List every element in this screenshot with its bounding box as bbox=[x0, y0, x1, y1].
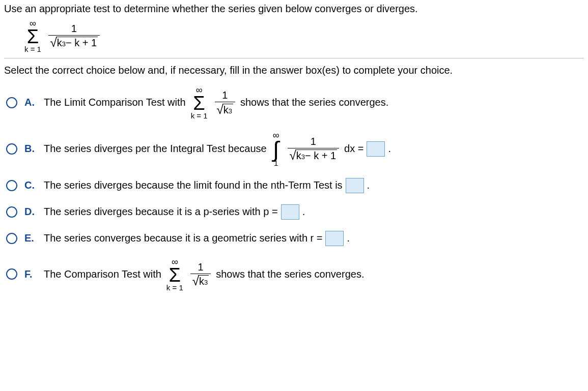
rad-base: k bbox=[199, 276, 204, 287]
sqrt: √ k3 − k + 1 bbox=[290, 149, 338, 162]
choice-list: A. The Limit Comparison Test with ∞ Σ k … bbox=[4, 85, 584, 291]
fraction: 1 √ k3 bbox=[215, 89, 235, 116]
fraction: 1 √ k3 − k + 1 bbox=[288, 136, 340, 162]
choice-letter: A. bbox=[24, 97, 37, 108]
answer-input[interactable] bbox=[346, 178, 364, 193]
choice-body: The series converges because it is a geo… bbox=[44, 231, 350, 246]
choice-f[interactable]: F. The Comparison Test with ∞ Σ k = 1 1 … bbox=[6, 257, 584, 291]
choice-letter: E. bbox=[24, 232, 37, 244]
fraction: 1 √ k3 − k + 1 bbox=[48, 23, 100, 49]
radio-icon[interactable] bbox=[6, 180, 17, 191]
choice-text: The Comparison Test with bbox=[44, 268, 161, 280]
denominator: √ k3 − k + 1 bbox=[48, 35, 100, 49]
rad-exp: 3 bbox=[62, 41, 66, 48]
instruction-text: Select the correct choice below and, if … bbox=[4, 65, 584, 76]
numerator: 1 bbox=[195, 261, 205, 274]
choice-text: The series diverges per the Integral Tes… bbox=[44, 143, 267, 155]
choice-d[interactable]: D. The series diverges because it is a p… bbox=[6, 204, 584, 220]
rad-exp: 3 bbox=[204, 279, 208, 286]
choice-letter: C. bbox=[24, 179, 37, 191]
fraction: 1 √ k3 bbox=[190, 261, 211, 288]
sigma: ∞ Σ k = 1 bbox=[191, 85, 208, 119]
radio-icon[interactable] bbox=[6, 206, 17, 218]
answer-input[interactable] bbox=[281, 204, 299, 220]
choice-letter: B. bbox=[24, 143, 37, 155]
sqrt: √ k3 − k + 1 bbox=[50, 37, 98, 49]
choice-text: . bbox=[347, 232, 350, 244]
integral: ∞ ∫ 1 bbox=[273, 131, 279, 166]
rad-exp: 3 bbox=[301, 154, 305, 161]
sqrt: √ k3 bbox=[217, 104, 233, 116]
dx-text: dx = bbox=[344, 143, 363, 155]
choice-text: The series converges because it is a geo… bbox=[44, 232, 322, 244]
choice-text: The Limit Comparison Test with bbox=[44, 97, 186, 108]
radicand: k3 − k + 1 bbox=[56, 37, 98, 49]
choice-text: The series diverges because it is a p-se… bbox=[44, 206, 278, 218]
rad-base: k bbox=[57, 37, 62, 48]
divider bbox=[4, 58, 584, 58]
choice-text: shows that the series converges. bbox=[216, 268, 364, 280]
choice-e[interactable]: E. The series converges because it is a … bbox=[6, 231, 584, 246]
choice-body: The series diverges because it is a p-se… bbox=[44, 204, 305, 220]
question-text: Use an appropriate test to determine whe… bbox=[4, 3, 584, 15]
choice-body: The series diverges because the limit fo… bbox=[44, 178, 370, 193]
integral-bottom: 1 bbox=[274, 159, 278, 167]
main-series: ∞ Σ k = 1 1 √ k3 − k + 1 bbox=[22, 19, 584, 53]
sigma: ∞ Σ k = 1 bbox=[24, 19, 41, 53]
sigma-symbol: Σ bbox=[193, 95, 205, 112]
rad-base: k bbox=[296, 150, 301, 161]
choice-c[interactable]: C. The series diverges because the limit… bbox=[6, 178, 584, 193]
choice-text: . bbox=[302, 206, 305, 218]
numerator: 1 bbox=[69, 23, 79, 35]
choice-text: . bbox=[388, 143, 391, 155]
numerator: 1 bbox=[220, 89, 230, 102]
choice-letter: F. bbox=[24, 268, 37, 280]
choice-text: The series diverges because the limit fo… bbox=[44, 179, 343, 191]
choice-body: The series diverges per the Integral Tes… bbox=[44, 131, 391, 166]
numerator: 1 bbox=[309, 136, 318, 148]
choice-text: . bbox=[367, 179, 370, 191]
sigma: ∞ Σ k = 1 bbox=[166, 257, 183, 291]
sigma-bottom: k = 1 bbox=[191, 112, 208, 119]
radio-icon[interactable] bbox=[6, 97, 17, 108]
radio-icon[interactable] bbox=[6, 143, 17, 155]
choice-b[interactable]: B. The series diverges per the Integral … bbox=[6, 131, 584, 166]
rad-tail: − k + 1 bbox=[66, 37, 97, 48]
integral-symbol: ∫ bbox=[273, 140, 279, 159]
rad-tail: − k + 1 bbox=[305, 150, 336, 161]
radicand: k3 − k + 1 bbox=[295, 149, 337, 162]
denominator: √ k3 − k + 1 bbox=[288, 148, 340, 162]
answer-input[interactable] bbox=[367, 141, 385, 157]
radicand: k3 bbox=[198, 275, 209, 287]
choice-letter: D. bbox=[24, 206, 37, 218]
choice-body: The Limit Comparison Test with ∞ Σ k = 1… bbox=[44, 85, 388, 119]
radio-icon[interactable] bbox=[6, 268, 17, 280]
denominator: √ k3 bbox=[190, 274, 211, 288]
choice-text: shows that the series converges. bbox=[240, 97, 388, 108]
choice-a[interactable]: A. The Limit Comparison Test with ∞ Σ k … bbox=[6, 85, 584, 119]
rad-base: k bbox=[223, 104, 229, 115]
sigma-symbol: Σ bbox=[169, 266, 181, 284]
sigma-symbol: Σ bbox=[27, 28, 39, 45]
sigma-bottom: k = 1 bbox=[24, 45, 41, 53]
radicand: k3 bbox=[222, 104, 233, 116]
sqrt: √ k3 bbox=[192, 275, 209, 287]
radio-icon[interactable] bbox=[6, 233, 17, 244]
choice-body: The Comparison Test with ∞ Σ k = 1 1 √ k… bbox=[44, 257, 364, 291]
sigma-bottom: k = 1 bbox=[166, 284, 183, 291]
answer-input[interactable] bbox=[325, 231, 344, 246]
rad-exp: 3 bbox=[229, 108, 232, 115]
denominator: √ k3 bbox=[215, 102, 235, 116]
